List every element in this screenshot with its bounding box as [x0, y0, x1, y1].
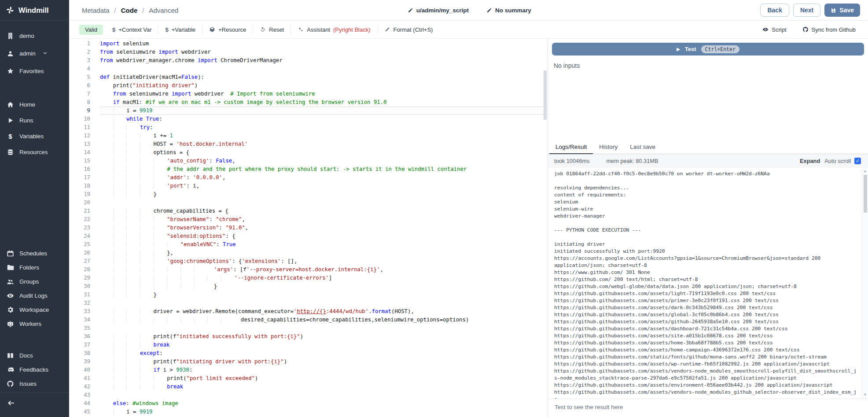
app-logo[interactable]: Windmill [0, 0, 69, 21]
scroll-down-arrow-icon[interactable]: ▼ [862, 392, 868, 398]
sidebar-item-workers[interactable]: Workers [0, 317, 69, 331]
code-line[interactable]: 'auto_config': False, [100, 157, 548, 165]
sidebar-item-demo[interactable]: demo [0, 27, 69, 44]
code-line[interactable]: driver = webdriver.Remote(command_execut… [100, 307, 548, 316]
tab-code[interactable]: Code [121, 7, 138, 14]
code-line[interactable]: from seleniumwire import webdriver [100, 48, 548, 56]
editor-scrollbar-thumb[interactable] [544, 70, 547, 120]
save-button[interactable]: Save [824, 4, 860, 17]
sidebar-item-label: admin [19, 50, 36, 57]
line-number: 13 [69, 140, 90, 148]
logs-output[interactable]: job 01864aff-22dd-cf40-f0c5-0ec8e9b50c70… [554, 170, 859, 399]
code-line[interactable]: 'goog:chromeOptions': {'extensions': [], [100, 257, 548, 266]
code-line[interactable]: } [100, 282, 548, 291]
code-line[interactable]: try: [100, 123, 548, 132]
code-line[interactable]: }, [100, 249, 548, 257]
toolbar-script[interactable]: Script [762, 25, 786, 34]
sidebar-item-groups[interactable]: Groups [0, 274, 69, 288]
code-line[interactable]: if i > 9930: [100, 366, 548, 374]
code-line[interactable]: 'addr': '0.0.0.0', [100, 173, 548, 182]
toolbar-resource[interactable]: +Resource [202, 25, 253, 34]
play-icon: ▶ [677, 47, 680, 52]
code-line[interactable]: break [100, 383, 548, 391]
code-line[interactable] [100, 324, 548, 332]
sidebar-item-variables[interactable]: $Variables [0, 128, 69, 144]
script-summary[interactable]: No summary [486, 7, 531, 14]
code-line[interactable] [100, 65, 548, 73]
sidebar-item-resources[interactable]: Resources [0, 144, 69, 160]
code-line[interactable]: print(f"initiating driver with port:{i}"… [100, 358, 548, 366]
book-icon [7, 352, 14, 359]
scroll-up-arrow-icon[interactable]: ▲ [862, 169, 868, 174]
code-line[interactable]: } [100, 291, 548, 299]
sidebar-item-favorites[interactable]: Favorites [0, 62, 69, 80]
code-line[interactable]: while True: [100, 115, 548, 123]
tab-advanced[interactable]: Advanced [149, 7, 178, 14]
code-lines[interactable]: import seleniumfrom seleniumwire import … [96, 39, 548, 417]
code-line[interactable]: # the addr and the port where the proxy … [100, 165, 548, 173]
tab-logs-result[interactable]: Logs/Result [549, 140, 593, 154]
code-line[interactable] [100, 299, 548, 307]
code-line[interactable] [100, 391, 548, 399]
toolbar-context-var[interactable]: $+Context Var [106, 25, 158, 34]
code-line[interactable]: else: #windows image [100, 399, 548, 408]
test-button[interactable]: ▶ Test Ctrl+Enter [552, 43, 864, 55]
code-line[interactable]: desired_capabilities=chrome_capabilities… [100, 316, 548, 324]
sidebar-item-feedbacks[interactable]: Feedbacks [0, 362, 69, 376]
toolbar-sync-from-github[interactable]: Sync from Github [802, 25, 856, 34]
toolbar-reset[interactable]: Reset [253, 25, 291, 34]
code-line[interactable]: print("port limit exceeded") [100, 374, 548, 383]
toolbar-format-ctrl-s[interactable]: Format (Ctrl+S) [377, 25, 440, 34]
code-line[interactable]: print("initiating driver") [100, 81, 548, 90]
code-line[interactable]: "selenoid:options": { [100, 232, 548, 240]
code-line[interactable]: "browserName": "chrome", [100, 215, 548, 224]
code-line[interactable]: 'port': i, [100, 182, 548, 190]
next-button[interactable]: Next [793, 4, 820, 17]
script-path[interactable]: u/admin/my_script [408, 7, 469, 14]
code-line[interactable]: from seleniumwire import webdriver # Imp… [100, 90, 548, 98]
code-editor[interactable]: 1234567891011121314151617181920212223242… [69, 39, 548, 417]
sidebar-item-issues[interactable]: Issues [0, 376, 69, 391]
code-line[interactable]: i = 9919 [100, 408, 548, 416]
code-line[interactable]: def initiateDriver(macM1=False): [100, 73, 548, 81]
toolbar-variable[interactable]: $+Variable [158, 25, 202, 34]
code-line[interactable]: } [100, 190, 548, 199]
sidebar-item-label: demo [19, 33, 34, 39]
line-number: 26 [69, 249, 90, 257]
tab-metadata[interactable]: Metadata [82, 7, 110, 14]
logs-scrollbar-thumb[interactable] [864, 175, 867, 213]
code-line[interactable]: break [100, 341, 548, 349]
code-line[interactable]: import selenium [100, 40, 548, 48]
sidebar-item-workspace[interactable]: Workspace [0, 303, 69, 317]
sidebar-item-schedules[interactable]: Schedules [0, 246, 69, 260]
auto-scroll-checkbox[interactable]: ✓ [854, 158, 861, 164]
sidebar-item-admin[interactable]: admin [0, 44, 69, 62]
sidebar-item-home[interactable]: Home [0, 96, 69, 112]
code-line[interactable]: 'args': [f'--proxy-server=host.docker.in… [100, 266, 548, 274]
code-line[interactable]: print(f"initiated successfully with port… [100, 332, 548, 341]
code-line[interactable]: options = { [100, 148, 548, 157]
code-line[interactable]: except: [100, 349, 548, 358]
back-button[interactable]: Back [760, 4, 789, 17]
code-line[interactable]: HOST = 'host.docker.internal' [100, 140, 548, 148]
collapse-sidebar-button[interactable] [7, 399, 15, 407]
code-line[interactable]: "enableVNC": True [100, 240, 548, 249]
sidebar-item-runs[interactable]: Runs [0, 112, 69, 128]
expand-button[interactable]: Expand [800, 158, 820, 164]
code-line[interactable]: "browserVersion": "91.0", [100, 224, 548, 232]
code-line[interactable]: if macM1: #if we are on mac m1 -> custom… [100, 98, 548, 107]
code-line[interactable]: from webdriver_manager.chrome import Chr… [100, 56, 548, 65]
code-line[interactable]: i = 9919 [100, 107, 548, 115]
tab-history[interactable]: History [593, 140, 624, 154]
code-line[interactable]: '--ignore-certificate-errors'] [100, 274, 548, 282]
users-icon [7, 278, 14, 285]
logs-scrollbar: ▲ ▼ [862, 168, 868, 399]
code-line[interactable]: i += 1 [100, 132, 548, 140]
sidebar-item-audit-logs[interactable]: Audit Logs [0, 288, 69, 303]
code-line[interactable] [100, 199, 548, 207]
toolbar-assistant[interactable]: Assistant (Pyright Black) [291, 25, 377, 34]
tab-last-save[interactable]: Last save [624, 140, 662, 154]
sidebar-item-folders[interactable]: Folders [0, 260, 69, 274]
code-line[interactable]: chrome_capabilities = { [100, 207, 548, 215]
sidebar-item-docs[interactable]: Docs [0, 348, 69, 362]
